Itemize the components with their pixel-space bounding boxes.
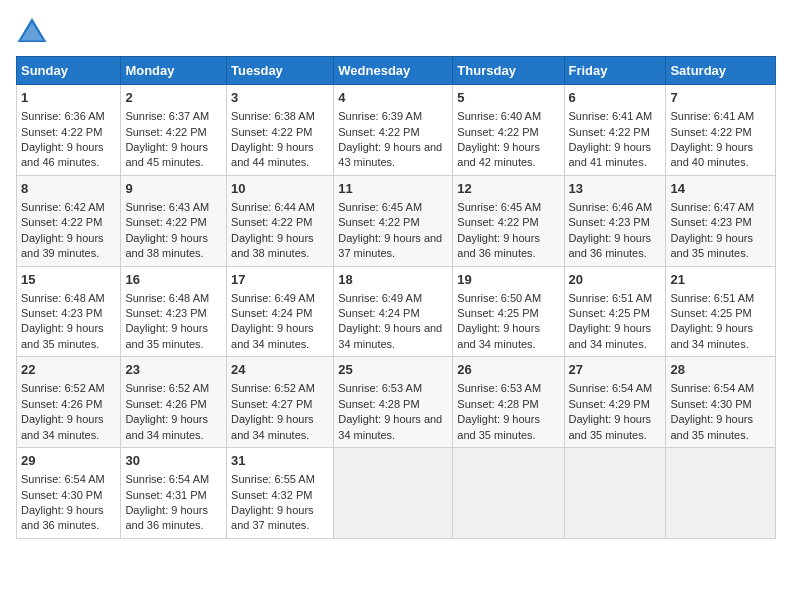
calendar-cell: 26Sunrise: 6:53 AMSunset: 4:28 PMDayligh… <box>453 357 564 448</box>
calendar-cell: 18Sunrise: 6:49 AMSunset: 4:24 PMDayligh… <box>334 266 453 357</box>
header-thursday: Thursday <box>453 57 564 85</box>
sunrise-text: Sunrise: 6:54 AM <box>125 473 209 485</box>
daylight-text: Daylight: 9 hours and 34 minutes. <box>21 413 104 440</box>
day-number: 7 <box>670 89 771 107</box>
calendar-cell <box>666 448 776 539</box>
daylight-text: Daylight: 9 hours and 45 minutes. <box>125 141 208 168</box>
sunset-text: Sunset: 4:23 PM <box>21 307 102 319</box>
day-number: 23 <box>125 361 222 379</box>
sunset-text: Sunset: 4:24 PM <box>338 307 419 319</box>
daylight-text: Daylight: 9 hours and 38 minutes. <box>125 232 208 259</box>
sunrise-text: Sunrise: 6:51 AM <box>569 292 653 304</box>
daylight-text: Daylight: 9 hours and 39 minutes. <box>21 232 104 259</box>
day-number: 5 <box>457 89 559 107</box>
calendar-cell: 29Sunrise: 6:54 AMSunset: 4:30 PMDayligh… <box>17 448 121 539</box>
calendar-cell: 19Sunrise: 6:50 AMSunset: 4:25 PMDayligh… <box>453 266 564 357</box>
calendar-cell: 21Sunrise: 6:51 AMSunset: 4:25 PMDayligh… <box>666 266 776 357</box>
header-monday: Monday <box>121 57 227 85</box>
sunset-text: Sunset: 4:22 PM <box>21 126 102 138</box>
header-tuesday: Tuesday <box>227 57 334 85</box>
sunrise-text: Sunrise: 6:50 AM <box>457 292 541 304</box>
daylight-text: Daylight: 9 hours and 34 minutes. <box>338 322 442 349</box>
calendar-cell: 14Sunrise: 6:47 AMSunset: 4:23 PMDayligh… <box>666 175 776 266</box>
calendar-cell <box>564 448 666 539</box>
calendar-cell: 17Sunrise: 6:49 AMSunset: 4:24 PMDayligh… <box>227 266 334 357</box>
sunrise-text: Sunrise: 6:47 AM <box>670 201 754 213</box>
calendar-cell: 3Sunrise: 6:38 AMSunset: 4:22 PMDaylight… <box>227 85 334 176</box>
daylight-text: Daylight: 9 hours and 36 minutes. <box>457 232 540 259</box>
sunrise-text: Sunrise: 6:48 AM <box>125 292 209 304</box>
sunrise-text: Sunrise: 6:45 AM <box>457 201 541 213</box>
calendar-cell: 28Sunrise: 6:54 AMSunset: 4:30 PMDayligh… <box>666 357 776 448</box>
day-number: 14 <box>670 180 771 198</box>
header-sunday: Sunday <box>17 57 121 85</box>
sunrise-text: Sunrise: 6:49 AM <box>231 292 315 304</box>
calendar-cell: 13Sunrise: 6:46 AMSunset: 4:23 PMDayligh… <box>564 175 666 266</box>
calendar-cell: 24Sunrise: 6:52 AMSunset: 4:27 PMDayligh… <box>227 357 334 448</box>
sunrise-text: Sunrise: 6:48 AM <box>21 292 105 304</box>
sunset-text: Sunset: 4:22 PM <box>457 126 538 138</box>
sunset-text: Sunset: 4:22 PM <box>21 216 102 228</box>
day-number: 17 <box>231 271 329 289</box>
sunset-text: Sunset: 4:30 PM <box>21 489 102 501</box>
sunrise-text: Sunrise: 6:40 AM <box>457 110 541 122</box>
header-friday: Friday <box>564 57 666 85</box>
daylight-text: Daylight: 9 hours and 37 minutes. <box>338 232 442 259</box>
sunset-text: Sunset: 4:28 PM <box>457 398 538 410</box>
logo-icon <box>16 16 48 44</box>
sunset-text: Sunset: 4:25 PM <box>569 307 650 319</box>
day-number: 15 <box>21 271 116 289</box>
sunset-text: Sunset: 4:31 PM <box>125 489 206 501</box>
day-number: 13 <box>569 180 662 198</box>
day-number: 1 <box>21 89 116 107</box>
sunrise-text: Sunrise: 6:42 AM <box>21 201 105 213</box>
calendar-cell: 4Sunrise: 6:39 AMSunset: 4:22 PMDaylight… <box>334 85 453 176</box>
calendar-cell: 10Sunrise: 6:44 AMSunset: 4:22 PMDayligh… <box>227 175 334 266</box>
daylight-text: Daylight: 9 hours and 42 minutes. <box>457 141 540 168</box>
header <box>16 16 776 44</box>
day-number: 31 <box>231 452 329 470</box>
daylight-text: Daylight: 9 hours and 35 minutes. <box>457 413 540 440</box>
sunrise-text: Sunrise: 6:51 AM <box>670 292 754 304</box>
sunset-text: Sunset: 4:22 PM <box>231 216 312 228</box>
sunset-text: Sunset: 4:22 PM <box>125 126 206 138</box>
calendar-cell: 8Sunrise: 6:42 AMSunset: 4:22 PMDaylight… <box>17 175 121 266</box>
sunrise-text: Sunrise: 6:39 AM <box>338 110 422 122</box>
day-number: 21 <box>670 271 771 289</box>
day-number: 25 <box>338 361 448 379</box>
sunset-text: Sunset: 4:22 PM <box>457 216 538 228</box>
daylight-text: Daylight: 9 hours and 36 minutes. <box>569 232 652 259</box>
daylight-text: Daylight: 9 hours and 36 minutes. <box>125 504 208 531</box>
day-number: 26 <box>457 361 559 379</box>
calendar-cell: 23Sunrise: 6:52 AMSunset: 4:26 PMDayligh… <box>121 357 227 448</box>
day-number: 28 <box>670 361 771 379</box>
day-number: 24 <box>231 361 329 379</box>
daylight-text: Daylight: 9 hours and 34 minutes. <box>457 322 540 349</box>
sunrise-text: Sunrise: 6:41 AM <box>670 110 754 122</box>
calendar-cell: 15Sunrise: 6:48 AMSunset: 4:23 PMDayligh… <box>17 266 121 357</box>
week-row-2: 8Sunrise: 6:42 AMSunset: 4:22 PMDaylight… <box>17 175 776 266</box>
day-number: 27 <box>569 361 662 379</box>
sunset-text: Sunset: 4:22 PM <box>125 216 206 228</box>
sunset-text: Sunset: 4:24 PM <box>231 307 312 319</box>
sunrise-text: Sunrise: 6:38 AM <box>231 110 315 122</box>
day-number: 12 <box>457 180 559 198</box>
calendar-header-row: SundayMondayTuesdayWednesdayThursdayFrid… <box>17 57 776 85</box>
daylight-text: Daylight: 9 hours and 37 minutes. <box>231 504 314 531</box>
daylight-text: Daylight: 9 hours and 40 minutes. <box>670 141 753 168</box>
daylight-text: Daylight: 9 hours and 34 minutes. <box>231 413 314 440</box>
sunset-text: Sunset: 4:25 PM <box>457 307 538 319</box>
daylight-text: Daylight: 9 hours and 41 minutes. <box>569 141 652 168</box>
sunset-text: Sunset: 4:23 PM <box>125 307 206 319</box>
day-number: 9 <box>125 180 222 198</box>
sunset-text: Sunset: 4:32 PM <box>231 489 312 501</box>
calendar-cell: 20Sunrise: 6:51 AMSunset: 4:25 PMDayligh… <box>564 266 666 357</box>
sunset-text: Sunset: 4:29 PM <box>569 398 650 410</box>
daylight-text: Daylight: 9 hours and 35 minutes. <box>125 322 208 349</box>
sunset-text: Sunset: 4:26 PM <box>125 398 206 410</box>
day-number: 11 <box>338 180 448 198</box>
sunrise-text: Sunrise: 6:53 AM <box>457 382 541 394</box>
daylight-text: Daylight: 9 hours and 34 minutes. <box>125 413 208 440</box>
calendar-cell: 7Sunrise: 6:41 AMSunset: 4:22 PMDaylight… <box>666 85 776 176</box>
day-number: 16 <box>125 271 222 289</box>
